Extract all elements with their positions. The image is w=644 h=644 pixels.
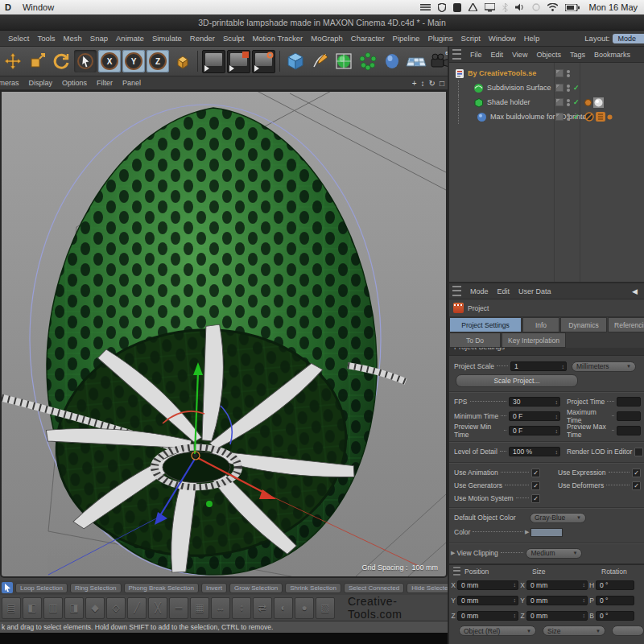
enabled-check-icon[interactable]: ✓ [573, 98, 580, 106]
menu-mograph[interactable]: MoGraph [311, 34, 343, 43]
modeling-tool-icon-16[interactable]: ▧ [316, 597, 335, 619]
object-label[interactable]: Subdivision Surface [487, 84, 551, 92]
spline-pen-icon[interactable] [308, 50, 331, 72]
layer-box[interactable] [555, 84, 564, 92]
use-deformers-checkbox[interactable]: ✓ [632, 481, 641, 490]
mac-app-menu[interactable]: D [5, 2, 11, 12]
object-row-shade-holder[interactable]: Shade holder ✓ [449, 95, 644, 109]
om-menu-view[interactable]: View [512, 51, 527, 59]
section-header-project-settings[interactable]: Project Settings [449, 348, 644, 356]
coordinate-system-icon[interactable] [171, 50, 193, 72]
use-animation-checkbox[interactable]: ✓ [531, 469, 540, 477]
view-clipping-dropdown[interactable]: Medium▼ [526, 548, 582, 559]
object-row-subdivision-surface[interactable]: Subdivision Surface ✓ [449, 80, 644, 95]
axis-z-button[interactable]: Z [147, 50, 169, 72]
modeling-tool-icon-4[interactable]: ◨ [64, 597, 84, 619]
coordinate-size-dropdown[interactable]: Size▼ [543, 625, 605, 636]
modeling-tool-icon-8[interactable]: ╳ [148, 597, 167, 619]
layout-dropdown[interactable]: Mode [613, 34, 644, 43]
use-expression-checkbox[interactable]: ✓ [632, 469, 641, 477]
coordinate-apply-button[interactable] [612, 625, 644, 636]
preview-min-time-input[interactable]: 0 F↕ [509, 426, 560, 436]
om-menu-edit[interactable]: Edit [491, 51, 504, 59]
coordinate-mode-dropdown[interactable]: Object (Rel)▼ [459, 625, 536, 636]
object-label[interactable]: By CreativeTools.se [468, 69, 536, 77]
visibility-dots[interactable] [567, 70, 570, 77]
volume-icon[interactable] [515, 3, 525, 11]
visibility-dots[interactable] [567, 85, 570, 92]
layer-box[interactable] [555, 113, 564, 121]
modeling-tool-icon-3[interactable]: ▥ [43, 597, 63, 619]
object-row-creativetools[interactable]: By CreativeTools.se [449, 66, 644, 80]
axis-y-button[interactable]: Y [122, 50, 145, 72]
menu-sculpt[interactable]: Sculpt [223, 34, 244, 43]
battery-icon[interactable] [565, 4, 580, 11]
tab-project-settings[interactable]: Project Settings [449, 317, 522, 332]
live-selection-tool-icon[interactable] [74, 50, 97, 72]
position-y-input[interactable]: 0 mm↕ [457, 596, 518, 605]
notification-icon[interactable] [532, 3, 540, 11]
modeling-tool-icon-14[interactable]: ◐ [274, 597, 293, 619]
modeling-tool-icon-6[interactable]: ◇ [106, 597, 126, 619]
object-row-max-buildvolume[interactable]: Max buildvolume for 3D printer ✓ [449, 109, 644, 124]
om-menu-objects[interactable]: Objects [536, 51, 561, 59]
viewport-scene[interactable] [2, 92, 446, 576]
pan-view-icon[interactable]: + [412, 79, 417, 88]
layer-box[interactable] [555, 69, 564, 77]
ring-selection-button[interactable]: Ring Selection [70, 583, 122, 593]
axis-x-button[interactable]: X [98, 50, 121, 72]
panel-menu-icon[interactable] [452, 49, 461, 60]
display-icon[interactable] [485, 3, 495, 12]
shrink-selection-button[interactable]: Shrink Selection [285, 583, 341, 593]
tab-dynamics[interactable]: Dynamics [560, 317, 607, 332]
move-tool-icon[interactable] [2, 50, 24, 72]
zoom-view-icon[interactable]: ↕ [421, 79, 425, 88]
am-menu-mode[interactable]: Mode [470, 287, 489, 295]
color-swatch[interactable] [530, 528, 563, 537]
deformer-icon[interactable] [357, 50, 379, 72]
render-settings-icon[interactable] [252, 50, 275, 73]
viewport-menu-cameras[interactable]: Cameras [0, 79, 19, 87]
modeling-tool-icon-13[interactable]: ⇄ [253, 597, 272, 619]
modeling-tool-icon-12[interactable]: ↕ [232, 597, 251, 619]
hazard-icon[interactable] [469, 3, 477, 11]
minimum-time-input[interactable]: 0 F↕ [509, 411, 560, 421]
add-primitive-icon[interactable] [284, 50, 307, 72]
shield-icon[interactable] [438, 3, 446, 12]
menu-character[interactable]: Character [351, 34, 385, 43]
phong-tag-icon[interactable] [584, 99, 592, 106]
om-menu-bookmarks[interactable]: Bookmarks [594, 51, 630, 59]
menu-motion-tracker[interactable]: Motion Tracker [252, 34, 303, 43]
modeling-tool-icon-11[interactable]: ↔ [211, 597, 230, 619]
view-clipping-expander-icon[interactable]: ▶ [451, 550, 455, 556]
project-scale-input[interactable]: 1↕ [510, 361, 567, 371]
3d-viewport[interactable]: Grid Spacing : 100 mm [0, 90, 448, 578]
menu-window[interactable]: Window [489, 34, 516, 43]
scale-tool-icon[interactable] [26, 50, 48, 72]
position-x-input[interactable]: 0 mm↕ [457, 580, 518, 590]
size-z-input[interactable]: 0 mm↕ [526, 611, 588, 621]
modeling-tool-icon-5[interactable]: ◆ [85, 597, 105, 619]
viewport-menu-filter[interactable]: Filter [97, 79, 113, 87]
texture-tag-icon[interactable] [593, 97, 604, 108]
render-picture-viewer-icon[interactable] [227, 50, 250, 73]
phong-break-selection-button[interactable]: Phong Break Selection [124, 583, 199, 593]
size-x-input[interactable]: 0 mm↕ [526, 580, 588, 590]
menu-simulate[interactable]: Simulate [152, 34, 182, 43]
modeling-tool-icon-2[interactable]: ◧ [23, 597, 42, 619]
floor-icon[interactable] [405, 50, 427, 72]
menu-plugins[interactable]: Plugins [427, 34, 452, 43]
history-back-icon[interactable]: ◀ [632, 287, 638, 295]
modeling-tool-icon-1[interactable]: ▤ [2, 597, 21, 619]
modeling-tool-icon-15[interactable]: ● [295, 597, 314, 619]
phong-tag-icon[interactable] [607, 114, 613, 120]
subdivision-surface-icon[interactable] [332, 50, 355, 72]
mac-clock[interactable]: Mon 16 May [588, 2, 638, 12]
rotation-h-input[interactable]: 0 ° [596, 580, 634, 590]
panel-menu-icon[interactable] [453, 567, 460, 575]
rotation-p-input[interactable]: 0 ° [596, 596, 634, 605]
grow-selection-button[interactable]: Grow Selection [229, 583, 283, 593]
invert-button[interactable]: Invert [201, 583, 227, 593]
modeling-tool-icon-10[interactable]: ▦ [190, 597, 209, 619]
menu-animate[interactable]: Animate [116, 34, 144, 43]
